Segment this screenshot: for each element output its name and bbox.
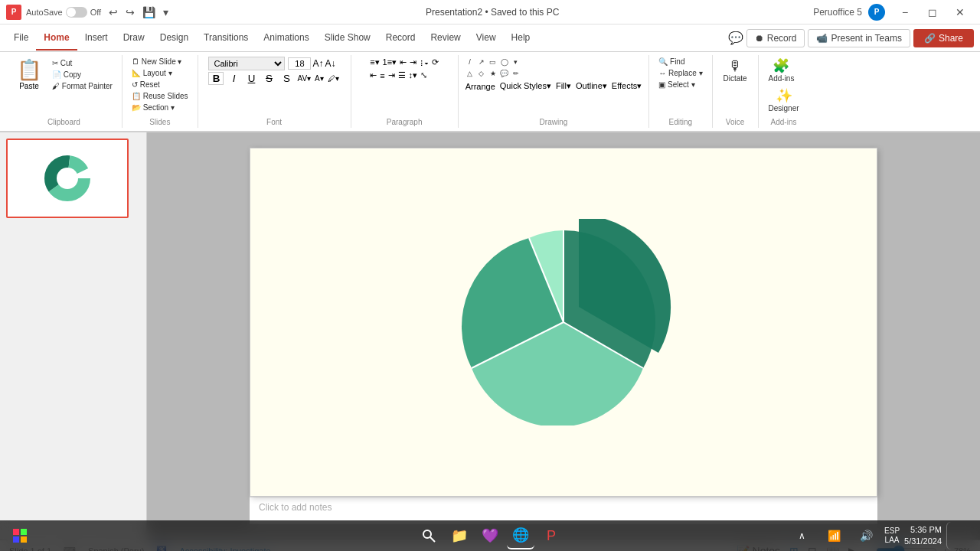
minimize-button[interactable]: −	[891, 0, 919, 24]
tab-draw[interactable]: Draw	[116, 26, 152, 51]
reset-button[interactable]: ↺ Reset	[129, 80, 191, 90]
italic-button[interactable]: I	[226, 72, 241, 85]
new-slide-button[interactable]: 🗒 New Slide ▾	[129, 57, 191, 67]
share-button[interactable]: 🔗 Share	[913, 29, 974, 47]
shape-pen[interactable]: ✏	[511, 68, 521, 79]
font-size-input[interactable]	[288, 57, 311, 70]
taskbar-files[interactable]: 📁	[446, 522, 473, 549]
format-painter-button[interactable]: 🖌 Format Painter	[49, 81, 116, 91]
tab-file[interactable]: File	[6, 26, 36, 51]
shape-circle[interactable]: ◯	[499, 57, 510, 67]
shape-fill-button[interactable]: Fill▾	[555, 80, 572, 92]
tab-animations[interactable]: Animations	[256, 26, 316, 51]
present-teams-button[interactable]: 📹 Present in Teams	[808, 29, 910, 47]
pie-chart[interactable]	[452, 219, 675, 425]
taskbar-network[interactable]: 📶	[820, 522, 848, 549]
autosave-toggle[interactable]	[66, 7, 87, 18]
shape-star[interactable]: ★	[488, 68, 498, 79]
shape-rect[interactable]: ▭	[488, 57, 498, 67]
find-button[interactable]: 🔍 Find	[655, 57, 688, 67]
justify-button[interactable]: ☰	[397, 70, 407, 81]
underline-button[interactable]: U	[243, 72, 259, 85]
tab-record[interactable]: Record	[378, 26, 423, 51]
line-spacing-button[interactable]: ↕▾	[408, 70, 419, 81]
clock[interactable]: 5:36 PM 5/31/2024	[904, 524, 942, 548]
taskbar-chrome[interactable]: 🌐	[507, 522, 534, 549]
show-desktop-button[interactable]	[946, 522, 974, 549]
shape-effects-button[interactable]: Effects▾	[611, 80, 642, 92]
bold-button[interactable]: B	[208, 72, 224, 85]
more-button[interactable]: ▾	[160, 5, 172, 20]
quick-styles-button[interactable]: Quick Styles▾	[499, 80, 552, 92]
shape-tri[interactable]: △	[465, 68, 475, 79]
text-direction-button[interactable]: ⟳	[431, 57, 439, 68]
shape-outline-button[interactable]: Outline▾	[575, 80, 608, 92]
save-button[interactable]: 💾	[139, 5, 158, 20]
font-color-button[interactable]: A▾	[314, 73, 325, 83]
tab-review[interactable]: Review	[423, 26, 468, 51]
slide-panel: 1	[0, 132, 147, 540]
record-button[interactable]: ⏺ Record	[746, 29, 805, 47]
taskbar-teams[interactable]: 💜	[476, 522, 504, 549]
close-button[interactable]: ✕	[946, 0, 974, 24]
replace-button[interactable]: ↔ Replace ▾	[655, 68, 705, 78]
window-controls: − ◻ ✕	[891, 0, 974, 24]
bullets-button[interactable]: ≡▾	[369, 57, 380, 68]
taskbar-volume[interactable]: 🔊	[852, 522, 880, 549]
taskbar-search[interactable]	[415, 522, 443, 549]
paste-button[interactable]: 📋 Paste	[12, 57, 46, 92]
reuse-slides-button[interactable]: 📋 Reuse Slides	[129, 91, 191, 101]
chat-button[interactable]: 💬	[728, 31, 743, 45]
font-size-group: A↑ A↓	[288, 57, 335, 70]
slide-thumbnail-1[interactable]	[6, 139, 129, 218]
font-name-select[interactable]: Calibri	[208, 57, 285, 70]
clipboard-label: Clipboard	[47, 115, 80, 126]
section-button[interactable]: 📂 Section ▾	[129, 103, 191, 112]
designer-button[interactable]: ✨ Designer	[765, 86, 803, 115]
shape-callout[interactable]: 💬	[499, 68, 510, 79]
taskbar-powerpoint[interactable]: P	[537, 522, 565, 549]
shape-line[interactable]: /	[465, 57, 475, 67]
tab-home[interactable]: Home	[36, 26, 77, 51]
decrease-indent-button[interactable]: ⇤	[399, 57, 407, 68]
layout-button[interactable]: 📐 Layout ▾	[129, 68, 191, 78]
shape-more[interactable]: ▾	[511, 57, 521, 67]
tab-slideshow[interactable]: Slide Show	[317, 26, 378, 51]
cut-button[interactable]: ✂ Cut	[49, 58, 116, 68]
drawing-group: / ↗ ▭ ◯ ▾ △ ◇ ★ 💬 ✏ Arrange Quick Styles…	[459, 55, 650, 128]
slide-area[interactable]: Click to add notes	[147, 132, 980, 540]
smart-art-button[interactable]: ⤡	[420, 70, 428, 81]
increase-indent-button[interactable]: ⇥	[409, 57, 417, 68]
tab-help[interactable]: Help	[504, 26, 538, 51]
restore-button[interactable]: ◻	[919, 0, 946, 24]
tab-view[interactable]: View	[469, 26, 504, 51]
decrease-font-button[interactable]: A↓	[325, 58, 336, 69]
tab-transitions[interactable]: Transitions	[196, 26, 256, 51]
arrange-button[interactable]: Arrange	[465, 80, 496, 92]
char-spacing-button[interactable]: AV▾	[296, 73, 312, 83]
highlight-button[interactable]: 🖊▾	[327, 73, 340, 83]
shadow-button[interactable]: S	[279, 72, 294, 85]
addins-button[interactable]: 🧩 Add-ins	[765, 57, 799, 85]
tab-design[interactable]: Design	[152, 26, 196, 51]
undo-button[interactable]: ↩	[106, 5, 121, 20]
column-button[interactable]: ⫶▾	[419, 57, 430, 68]
start-button[interactable]	[6, 522, 34, 549]
increase-font-button[interactable]: A↑	[312, 58, 323, 69]
numbering-button[interactable]: 1≡▾	[382, 57, 398, 68]
shape-arrow[interactable]: ↗	[476, 57, 487, 67]
strikethrough-button[interactable]: S	[261, 72, 276, 85]
shape-diamond[interactable]: ◇	[476, 68, 487, 79]
select-button[interactable]: ▣ Select ▾	[655, 80, 697, 90]
copy-button[interactable]: 📄 Copy	[49, 70, 116, 80]
dictate-button[interactable]: 🎙 Dictate	[719, 57, 750, 85]
align-right-button[interactable]: ⇥	[387, 70, 396, 81]
slide-canvas[interactable]	[250, 148, 877, 497]
taskbar-chevron[interactable]: ∧	[788, 522, 815, 549]
redo-button[interactable]: ↪	[122, 5, 138, 20]
align-left-button[interactable]: ⇤	[369, 70, 377, 81]
user-avatar[interactable]: P	[868, 4, 885, 21]
tab-insert[interactable]: Insert	[77, 26, 116, 51]
align-center-button[interactable]: ≡	[379, 70, 385, 81]
paragraph-group: ≡▾ 1≡▾ ⇤ ⇥ ⫶▾ ⟳ ⇤ ≡ ⇥ ☰ ↕▾ ⤡ Paragraph	[351, 55, 459, 128]
